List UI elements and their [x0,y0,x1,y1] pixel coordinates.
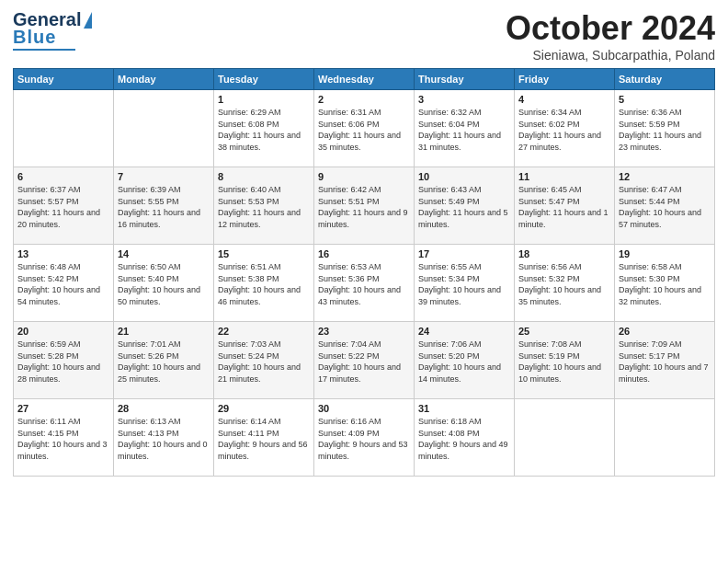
day-number: 22 [218,326,310,337]
table-row: 2Sunrise: 6:31 AMSunset: 6:06 PMDaylight… [314,90,415,167]
title-block: October 2024 Sieniawa, Subcarpathia, Pol… [506,9,715,63]
table-row: 10Sunrise: 6:43 AMSunset: 5:49 PMDayligh… [415,167,515,245]
day-number: 24 [418,326,510,337]
day-number: 5 [619,94,711,105]
cell-details: Sunrise: 6:51 AMSunset: 5:38 PMDaylight:… [218,261,310,307]
cell-details: Sunrise: 6:47 AMSunset: 5:44 PMDaylight:… [619,184,711,230]
cell-details: Sunrise: 7:04 AMSunset: 5:22 PMDaylight:… [318,339,410,385]
cell-details: Sunrise: 6:40 AMSunset: 5:53 PMDaylight:… [218,184,310,230]
col-header-friday: Friday [515,69,615,90]
col-header-sunday: Sunday [14,69,114,90]
table-row: 28Sunrise: 6:13 AMSunset: 4:13 PMDayligh… [114,399,214,477]
day-number: 30 [318,403,410,414]
table-row: 14Sunrise: 6:50 AMSunset: 5:40 PMDayligh… [114,245,214,322]
table-row: 13Sunrise: 6:48 AMSunset: 5:42 PMDayligh… [14,245,114,322]
col-header-thursday: Thursday [415,69,515,90]
logo: General Blue [13,9,92,51]
cell-details: Sunrise: 6:34 AMSunset: 6:02 PMDaylight:… [518,107,610,153]
table-row: 12Sunrise: 6:47 AMSunset: 5:44 PMDayligh… [615,167,715,245]
day-number: 23 [318,326,410,337]
day-number: 4 [518,94,610,105]
cell-details: Sunrise: 6:53 AMSunset: 5:36 PMDaylight:… [318,261,410,307]
calendar-table: SundayMondayTuesdayWednesdayThursdayFrid… [13,68,715,477]
logo-underline [13,49,75,51]
day-number: 27 [17,403,109,414]
table-row: 24Sunrise: 7:06 AMSunset: 5:20 PMDayligh… [415,322,515,399]
col-header-tuesday: Tuesday [214,69,314,90]
day-number: 21 [118,326,210,337]
day-number: 15 [218,248,310,259]
col-header-saturday: Saturday [615,69,715,90]
table-row: 3Sunrise: 6:32 AMSunset: 6:04 PMDaylight… [415,90,515,167]
cell-details: Sunrise: 6:43 AMSunset: 5:49 PMDaylight:… [418,184,510,230]
table-row: 30Sunrise: 6:16 AMSunset: 4:09 PMDayligh… [314,399,415,477]
cell-details: Sunrise: 6:29 AMSunset: 6:08 PMDaylight:… [218,107,310,153]
cell-details: Sunrise: 6:36 AMSunset: 5:59 PMDaylight:… [619,107,711,153]
cell-details: Sunrise: 6:11 AMSunset: 4:15 PMDaylight:… [17,416,109,462]
logo-blue: Blue [13,27,56,48]
cell-details: Sunrise: 6:59 AMSunset: 5:28 PMDaylight:… [17,339,109,385]
cell-details: Sunrise: 7:01 AMSunset: 5:26 PMDaylight:… [118,339,210,385]
day-number: 9 [318,171,410,182]
day-number: 19 [619,248,711,259]
cell-details: Sunrise: 7:08 AMSunset: 5:19 PMDaylight:… [518,339,610,385]
day-number: 29 [218,403,310,414]
cell-details: Sunrise: 6:32 AMSunset: 6:04 PMDaylight:… [418,107,510,153]
table-row: 11Sunrise: 6:45 AMSunset: 5:47 PMDayligh… [515,167,615,245]
day-number: 16 [318,248,410,259]
table-row: 29Sunrise: 6:14 AMSunset: 4:11 PMDayligh… [214,399,314,477]
cell-details: Sunrise: 7:09 AMSunset: 5:17 PMDaylight:… [619,339,711,385]
table-row: 18Sunrise: 6:56 AMSunset: 5:32 PMDayligh… [515,245,615,322]
cell-details: Sunrise: 6:39 AMSunset: 5:55 PMDaylight:… [118,184,210,230]
cell-details: Sunrise: 6:18 AMSunset: 4:08 PMDaylight:… [418,416,510,462]
day-number: 18 [518,248,610,259]
table-row: 19Sunrise: 6:58 AMSunset: 5:30 PMDayligh… [615,245,715,322]
calendar-title: October 2024 [506,9,715,48]
day-number: 7 [118,171,210,182]
table-row: 16Sunrise: 6:53 AMSunset: 5:36 PMDayligh… [314,245,415,322]
cell-details: Sunrise: 6:37 AMSunset: 5:57 PMDaylight:… [17,184,109,230]
table-row: 4Sunrise: 6:34 AMSunset: 6:02 PMDaylight… [515,90,615,167]
cell-details: Sunrise: 7:06 AMSunset: 5:20 PMDaylight:… [418,339,510,385]
day-number: 17 [418,248,510,259]
day-number: 31 [418,403,510,414]
day-number: 20 [17,326,109,337]
table-row: 6Sunrise: 6:37 AMSunset: 5:57 PMDaylight… [14,167,114,245]
table-row: 21Sunrise: 7:01 AMSunset: 5:26 PMDayligh… [114,322,214,399]
table-row: 9Sunrise: 6:42 AMSunset: 5:51 PMDaylight… [314,167,415,245]
table-row: 22Sunrise: 7:03 AMSunset: 5:24 PMDayligh… [214,322,314,399]
cell-details: Sunrise: 6:56 AMSunset: 5:32 PMDaylight:… [518,261,610,307]
day-number: 2 [318,94,410,105]
cell-details: Sunrise: 6:55 AMSunset: 5:34 PMDaylight:… [418,261,510,307]
cell-details: Sunrise: 6:13 AMSunset: 4:13 PMDaylight:… [118,416,210,462]
table-row: 20Sunrise: 6:59 AMSunset: 5:28 PMDayligh… [14,322,114,399]
cell-details: Sunrise: 6:42 AMSunset: 5:51 PMDaylight:… [318,184,410,230]
day-number: 14 [118,248,210,259]
day-number: 3 [418,94,510,105]
table-row [515,399,615,477]
cell-details: Sunrise: 6:48 AMSunset: 5:42 PMDaylight:… [17,261,109,307]
day-number: 8 [218,171,310,182]
day-number: 25 [518,326,610,337]
day-number: 12 [619,171,711,182]
table-row: 23Sunrise: 7:04 AMSunset: 5:22 PMDayligh… [314,322,415,399]
day-number: 28 [118,403,210,414]
cell-details: Sunrise: 6:31 AMSunset: 6:06 PMDaylight:… [318,107,410,153]
table-row [615,399,715,477]
day-number: 11 [518,171,610,182]
table-row [114,90,214,167]
day-number: 6 [17,171,109,182]
cell-details: Sunrise: 7:03 AMSunset: 5:24 PMDaylight:… [218,339,310,385]
table-row: 17Sunrise: 6:55 AMSunset: 5:34 PMDayligh… [415,245,515,322]
day-number: 26 [619,326,711,337]
day-number: 10 [418,171,510,182]
logo-arrow-icon [84,12,92,29]
col-header-wednesday: Wednesday [314,69,415,90]
cell-details: Sunrise: 6:50 AMSunset: 5:40 PMDaylight:… [118,261,210,307]
cell-details: Sunrise: 6:58 AMSunset: 5:30 PMDaylight:… [619,261,711,307]
day-number: 1 [218,94,310,105]
table-row: 27Sunrise: 6:11 AMSunset: 4:15 PMDayligh… [14,399,114,477]
table-row [14,90,114,167]
cell-details: Sunrise: 6:45 AMSunset: 5:47 PMDaylight:… [518,184,610,230]
col-header-monday: Monday [114,69,214,90]
